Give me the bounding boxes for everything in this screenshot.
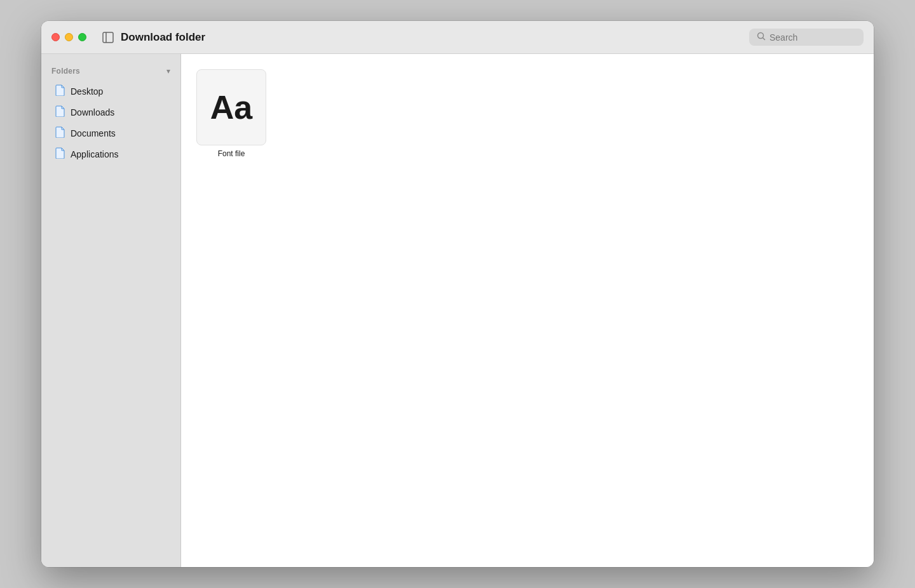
folder-icon (55, 126, 65, 140)
finder-window: Download folder Folders ▾ Desktop (41, 21, 874, 567)
file-thumbnail: Aa (196, 69, 266, 145)
window-title: Download folder (121, 31, 205, 44)
sidebar-toggle-icon[interactable] (102, 31, 114, 44)
sidebar-item-label: Documents (71, 128, 116, 138)
search-input[interactable] (769, 32, 856, 43)
titlebar: Download folder (41, 21, 874, 54)
sidebar-item-label: Desktop (71, 86, 103, 97)
folder-icon (55, 105, 65, 119)
svg-line-3 (763, 38, 765, 40)
sidebar-item-documents[interactable]: Documents (45, 123, 177, 144)
maximize-button[interactable] (78, 33, 86, 41)
sidebar-item-desktop[interactable]: Desktop (45, 81, 177, 102)
folders-section-label: Folders (51, 67, 80, 76)
file-name: Font file (218, 149, 245, 158)
file-item[interactable]: Aa Font file (196, 69, 266, 158)
sidebar-item-label: Downloads (71, 107, 114, 117)
folder-icon (55, 147, 65, 161)
search-bar[interactable] (749, 29, 864, 46)
main-content: Aa Font file (181, 54, 874, 567)
file-grid: Aa Font file (196, 69, 858, 158)
titlebar-center: Download folder (94, 31, 742, 44)
folder-icon (55, 84, 65, 98)
folders-section-header[interactable]: Folders ▾ (41, 64, 180, 81)
content-area: Folders ▾ Desktop Downloads Documents (41, 54, 874, 567)
chevron-down-icon: ▾ (166, 67, 170, 76)
sidebar: Folders ▾ Desktop Downloads Documents (41, 54, 181, 567)
traffic-lights (51, 33, 86, 41)
minimize-button[interactable] (65, 33, 73, 41)
svg-rect-0 (103, 32, 113, 43)
sidebar-item-label: Applications (71, 149, 119, 159)
sidebar-item-downloads[interactable]: Downloads (45, 102, 177, 123)
sidebar-item-applications[interactable]: Applications (45, 144, 177, 164)
search-icon (757, 32, 766, 43)
close-button[interactable] (51, 33, 60, 41)
